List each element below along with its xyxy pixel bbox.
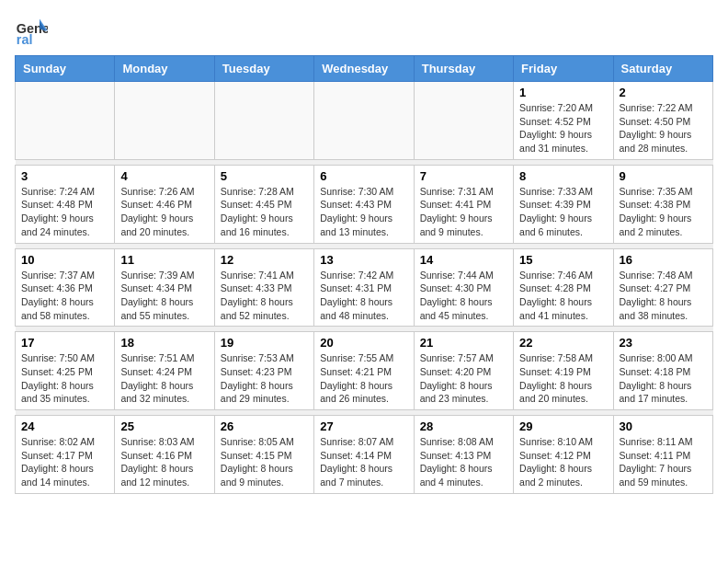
day-info: Sunrise: 7:50 AM Sunset: 4:25 PM Dayligh… [21, 351, 108, 406]
day-cell: 13Sunrise: 7:42 AM Sunset: 4:31 PM Dayli… [314, 248, 414, 327]
day-cell: 29Sunrise: 8:10 AM Sunset: 4:12 PM Dayli… [514, 416, 613, 494]
header-sunday: Sunday [16, 56, 115, 82]
day-cell: 3Sunrise: 7:24 AM Sunset: 4:48 PM Daylig… [16, 165, 115, 243]
day-cell [214, 82, 313, 160]
day-cell: 4Sunrise: 7:26 AM Sunset: 4:46 PM Daylig… [115, 165, 214, 243]
day-cell: 22Sunrise: 7:58 AM Sunset: 4:19 PM Dayli… [514, 332, 613, 410]
day-info: Sunrise: 7:44 AM Sunset: 4:30 PM Dayligh… [420, 269, 507, 323]
day-cell: 10Sunrise: 7:37 AM Sunset: 4:36 PM Dayli… [16, 248, 115, 327]
day-info: Sunrise: 7:42 AM Sunset: 4:31 PM Dayligh… [320, 269, 407, 323]
day-info: Sunrise: 7:20 AM Sunset: 4:52 PM Dayligh… [519, 101, 607, 155]
header-saturday: Saturday [613, 56, 712, 82]
day-cell: 2Sunrise: 7:22 AM Sunset: 4:50 PM Daylig… [613, 82, 712, 160]
day-info: Sunrise: 7:48 AM Sunset: 4:27 PM Dayligh… [620, 269, 707, 323]
svg-text:ral: ral [17, 32, 33, 47]
day-info: Sunrise: 7:41 AM Sunset: 4:33 PM Dayligh… [221, 269, 308, 323]
day-cell: 14Sunrise: 7:44 AM Sunset: 4:30 PM Dayli… [414, 248, 513, 327]
day-number: 6 [320, 169, 407, 183]
day-number: 10 [21, 253, 108, 267]
day-cell [314, 82, 414, 160]
day-cell: 20Sunrise: 7:55 AM Sunset: 4:21 PM Dayli… [314, 332, 414, 410]
day-number: 18 [120, 336, 208, 350]
day-number: 1 [519, 86, 607, 99]
day-cell [16, 82, 115, 160]
header-thursday: Thursday [414, 56, 513, 82]
day-number: 4 [120, 169, 208, 183]
day-number: 19 [221, 336, 308, 350]
day-info: Sunrise: 7:35 AM Sunset: 4:38 PM Dayligh… [620, 185, 707, 239]
day-info: Sunrise: 7:28 AM Sunset: 4:45 PM Dayligh… [221, 185, 308, 239]
day-number: 25 [120, 419, 208, 433]
day-number: 5 [221, 169, 308, 183]
day-cell: 16Sunrise: 7:48 AM Sunset: 4:27 PM Dayli… [613, 248, 712, 327]
day-cell: 1Sunrise: 7:20 AM Sunset: 4:52 PM Daylig… [514, 82, 613, 160]
day-number: 24 [21, 419, 108, 433]
day-number: 15 [519, 253, 607, 267]
day-cell: 26Sunrise: 8:05 AM Sunset: 4:15 PM Dayli… [214, 416, 313, 494]
day-number: 20 [320, 336, 407, 350]
day-cell: 8Sunrise: 7:33 AM Sunset: 4:39 PM Daylig… [514, 165, 613, 243]
day-info: Sunrise: 8:03 AM Sunset: 4:16 PM Dayligh… [120, 435, 208, 489]
day-info: Sunrise: 7:22 AM Sunset: 4:50 PM Dayligh… [620, 101, 707, 155]
day-number: 21 [420, 336, 507, 350]
day-info: Sunrise: 7:37 AM Sunset: 4:36 PM Dayligh… [21, 269, 108, 323]
day-number: 2 [620, 86, 707, 99]
day-info: Sunrise: 7:31 AM Sunset: 4:41 PM Dayligh… [420, 185, 507, 239]
day-cell: 5Sunrise: 7:28 AM Sunset: 4:45 PM Daylig… [214, 165, 313, 243]
day-cell: 15Sunrise: 7:46 AM Sunset: 4:28 PM Dayli… [514, 248, 613, 327]
day-cell: 19Sunrise: 7:53 AM Sunset: 4:23 PM Dayli… [214, 332, 313, 410]
day-cell: 17Sunrise: 7:50 AM Sunset: 4:25 PM Dayli… [16, 332, 115, 410]
day-info: Sunrise: 7:53 AM Sunset: 4:23 PM Dayligh… [221, 351, 308, 406]
day-cell: 18Sunrise: 7:51 AM Sunset: 4:24 PM Dayli… [115, 332, 214, 410]
day-cell: 11Sunrise: 7:39 AM Sunset: 4:34 PM Dayli… [115, 248, 214, 327]
calendar-table: SundayMondayTuesdayWednesdayThursdayFrid… [15, 55, 713, 494]
day-number: 27 [320, 419, 407, 433]
day-info: Sunrise: 8:05 AM Sunset: 4:15 PM Dayligh… [221, 435, 308, 489]
day-info: Sunrise: 8:07 AM Sunset: 4:14 PM Dayligh… [320, 435, 407, 489]
day-number: 14 [420, 253, 507, 267]
week-row-2: 3Sunrise: 7:24 AM Sunset: 4:48 PM Daylig… [16, 165, 713, 243]
day-info: Sunrise: 7:39 AM Sunset: 4:34 PM Dayligh… [120, 269, 208, 323]
day-info: Sunrise: 7:51 AM Sunset: 4:24 PM Dayligh… [120, 351, 208, 406]
day-info: Sunrise: 8:02 AM Sunset: 4:17 PM Dayligh… [21, 435, 108, 489]
day-number: 29 [519, 419, 607, 433]
header-wednesday: Wednesday [314, 56, 414, 82]
day-cell: 27Sunrise: 8:07 AM Sunset: 4:14 PM Dayli… [314, 416, 414, 494]
week-row-4: 17Sunrise: 7:50 AM Sunset: 4:25 PM Dayli… [16, 332, 713, 410]
day-info: Sunrise: 8:11 AM Sunset: 4:11 PM Dayligh… [620, 435, 707, 489]
day-number: 17 [21, 336, 108, 350]
day-number: 28 [420, 419, 507, 433]
day-cell: 28Sunrise: 8:08 AM Sunset: 4:13 PM Dayli… [414, 416, 513, 494]
day-info: Sunrise: 8:00 AM Sunset: 4:18 PM Dayligh… [620, 351, 707, 406]
week-row-1: 1Sunrise: 7:20 AM Sunset: 4:52 PM Daylig… [16, 82, 713, 160]
header-friday: Friday [514, 56, 613, 82]
day-number: 8 [519, 169, 607, 183]
day-number: 12 [221, 253, 308, 267]
day-number: 30 [620, 419, 707, 433]
week-row-5: 24Sunrise: 8:02 AM Sunset: 4:17 PM Dayli… [16, 416, 713, 494]
day-info: Sunrise: 7:46 AM Sunset: 4:28 PM Dayligh… [519, 269, 607, 323]
day-cell: 30Sunrise: 8:11 AM Sunset: 4:11 PM Dayli… [613, 416, 712, 494]
day-number: 9 [620, 169, 707, 183]
day-number: 22 [519, 336, 607, 350]
page-header: Gene ral [15, 15, 713, 48]
day-cell: 7Sunrise: 7:31 AM Sunset: 4:41 PM Daylig… [414, 165, 513, 243]
day-cell [115, 82, 214, 160]
calendar-header-row: SundayMondayTuesdayWednesdayThursdayFrid… [16, 56, 713, 82]
header-tuesday: Tuesday [214, 56, 313, 82]
logo: Gene ral [15, 15, 51, 48]
day-number: 13 [320, 253, 407, 267]
week-row-3: 10Sunrise: 7:37 AM Sunset: 4:36 PM Dayli… [16, 248, 713, 327]
day-info: Sunrise: 7:26 AM Sunset: 4:46 PM Dayligh… [120, 185, 208, 239]
day-number: 26 [221, 419, 308, 433]
day-info: Sunrise: 7:58 AM Sunset: 4:19 PM Dayligh… [519, 351, 607, 406]
day-info: Sunrise: 7:24 AM Sunset: 4:48 PM Dayligh… [21, 185, 108, 239]
logo-icon: Gene ral [15, 15, 48, 48]
day-number: 16 [620, 253, 707, 267]
day-info: Sunrise: 8:08 AM Sunset: 4:13 PM Dayligh… [420, 435, 507, 489]
day-cell: 12Sunrise: 7:41 AM Sunset: 4:33 PM Dayli… [214, 248, 313, 327]
day-info: Sunrise: 8:10 AM Sunset: 4:12 PM Dayligh… [519, 435, 607, 489]
day-number: 11 [120, 253, 208, 267]
header-monday: Monday [115, 56, 214, 82]
day-number: 3 [21, 169, 108, 183]
